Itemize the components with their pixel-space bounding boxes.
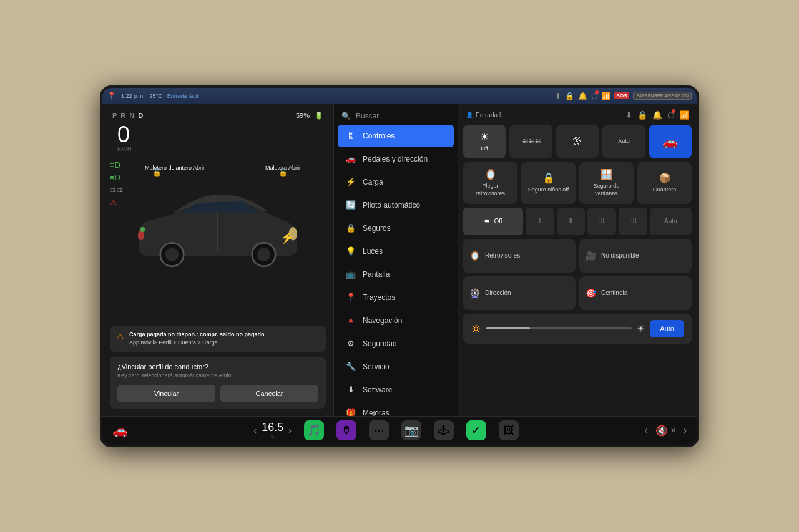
vincular-button[interactable]: Vincular	[117, 385, 215, 402]
seguros-icon: 🔒	[345, 223, 356, 234]
bottom-center: ‹ 16.5 ⇅ › 🎵 🎙 ⋯ 📷 🕹 ✓ 🖼	[138, 420, 634, 440]
auto-lights-btn[interactable]: Auto	[602, 125, 645, 159]
search-icon: 🔍	[341, 112, 351, 120]
retrovisores-icon: 🪞	[469, 251, 480, 261]
brightness-slider[interactable]	[486, 327, 632, 329]
window-lock-btn[interactable]: 🪟 Seguro de ventanas	[579, 162, 634, 203]
entry-mode-label: Entrada fácil	[167, 93, 199, 99]
nav-prev-icon[interactable]: ‹	[644, 425, 647, 436]
fog-btn[interactable]: 🌫	[556, 125, 599, 159]
volume-icon[interactable]: 🔇	[655, 425, 668, 437]
bottom-car-icon[interactable]: 🚗	[112, 423, 128, 438]
luces-icon: 💡	[345, 246, 356, 257]
servicio-icon: 🔧	[345, 361, 356, 372]
speed-prev[interactable]: ‹	[253, 425, 257, 435]
bell-icon[interactable]: 🔔	[578, 92, 587, 100]
middle-panel: 🔍 Buscar 🎛Controles🚗Pedales y dirección⚡…	[333, 104, 458, 416]
speed-number: 0	[117, 123, 318, 146]
wiper-off-btn[interactable]: 🌧 Off	[463, 208, 523, 235]
screen-inner: 📍 1:22 p.m. 25°C Entrada fácil ⬇ 🔒 🔔 ⬡ 📶…	[102, 88, 697, 445]
main-content: P R N D 59% 🔋 0 KM/H	[102, 104, 697, 416]
lights-off-btn[interactable]: ☀ Off	[463, 125, 506, 159]
sidebar-item-piloto[interactable]: 🔄Piloto automático	[338, 194, 454, 216]
brightness-auto-btn[interactable]: Auto	[650, 320, 684, 337]
high-beam-icon: ≋≋≋	[522, 137, 541, 146]
svg-point-8	[140, 227, 145, 232]
podcast-icon[interactable]: 🎙	[336, 420, 356, 440]
trayectos-icon: 📍	[345, 292, 356, 303]
trunk-open-icon: 🔓	[152, 168, 162, 177]
lights-off-icon: ☀	[480, 131, 489, 143]
sos-badge[interactable]: SOS	[614, 92, 630, 99]
left-panel: P R N D 59% 🔋 0 KM/H	[102, 104, 333, 416]
lights-row: ☀ Off ≋≋≋ 🌫 Auto 🚗	[463, 125, 692, 159]
wiper-3-btn[interactable]: III	[587, 208, 616, 235]
nav-next-icon[interactable]: ›	[684, 425, 687, 436]
spotify-icon[interactable]: 🎵	[304, 420, 324, 440]
games-icon[interactable]: 🕹	[434, 420, 454, 440]
sidebar-item-pedales[interactable]: 🚗Pedales y dirección	[338, 148, 454, 170]
full-lights-btn[interactable]: 🚗	[649, 125, 692, 159]
retrovisores-btn[interactable]: 🪞 Retrovisores	[463, 239, 576, 273]
no-disponible-btn[interactable]: 🎥 No disponible	[579, 239, 692, 273]
gear-r[interactable]: R	[120, 112, 127, 119]
search-bar[interactable]: 🔍 Buscar	[334, 108, 458, 124]
signal-ctrl-icon[interactable]: 📶	[679, 110, 689, 120]
servicio-label: Servicio	[363, 362, 390, 371]
more-icon[interactable]: ⋯	[369, 420, 389, 440]
download-ctrl-icon[interactable]: ⬇	[625, 110, 632, 120]
camera-icon[interactable]: 📷	[401, 420, 421, 440]
wiper-auto-btn[interactable]: Auto	[650, 208, 692, 235]
sidebar-item-mejoras[interactable]: 🎁Mejoras	[338, 402, 454, 416]
download-icon[interactable]: ⬇	[555, 92, 561, 100]
photos-icon[interactable]: 🖼	[499, 420, 519, 440]
gear-n[interactable]: N	[129, 112, 135, 119]
car-visual-area: Maletero delantero Abrir Maletero Abrir	[107, 152, 328, 324]
child-lock-btn[interactable]: 🔒 Seguro niños off	[521, 162, 576, 203]
user-icon: 👤	[466, 112, 473, 118]
window-lock-label: Seguro de ventanas	[584, 183, 629, 197]
sidebar-item-servicio[interactable]: 🔧Servicio	[338, 355, 454, 378]
link-profile-subtitle: Key card seleccionará automáticamente Am…	[117, 372, 318, 379]
sidebar-item-navegacion[interactable]: 🔺Navegación	[338, 309, 454, 332]
sidebar-item-seguros[interactable]: 🔒Seguros	[338, 217, 454, 239]
glovebox-btn[interactable]: 📦 Guantera	[637, 162, 692, 203]
gear-p[interactable]: P	[112, 112, 118, 119]
high-beam-btn[interactable]: ≋≋≋	[509, 125, 552, 159]
fold-mirrors-btn[interactable]: 🪞 Plegar retrovisores	[463, 162, 517, 203]
centinela-btn[interactable]: 🎯 Centinela	[579, 276, 692, 310]
tasks-icon[interactable]: ✓	[466, 420, 486, 440]
speed-next[interactable]: ›	[288, 425, 292, 435]
no-disponible-label: No disponible	[601, 252, 639, 259]
sidebar-item-seguridad[interactable]: ⚙Seguridad	[338, 332, 454, 355]
direccion-btn[interactable]: 🎡 Dirección	[463, 276, 576, 310]
no-disponible-icon: 🎥	[586, 251, 596, 261]
wiper-2-btn[interactable]: II	[557, 208, 586, 235]
signal-icon[interactable]: 📶	[601, 92, 610, 100]
lock-ctrl-icon[interactable]: 🔒	[637, 110, 647, 120]
wiper-icon: 🌧	[484, 218, 490, 225]
sidebar-item-luces[interactable]: 💡Luces	[338, 240, 454, 263]
sidebar-item-pantalla[interactable]: 📺Pantalla	[338, 263, 454, 286]
map-icon[interactable]: 📍	[107, 92, 116, 100]
piloto-label: Piloto automático	[363, 201, 420, 210]
sidebar-item-software[interactable]: ⬇Software	[338, 379, 454, 401]
svg-point-5	[257, 248, 270, 261]
sidebar-item-trayectos[interactable]: 📍Trayectos	[338, 286, 454, 309]
full-lights-icon: 🚗	[662, 134, 678, 149]
sidebar-item-carga[interactable]: ⚡Carga	[338, 171, 454, 193]
top-right-header-icons: ⬇ 🔒 🔔 ⬡ 📶	[625, 110, 689, 120]
mirror-row: 🪞 Retrovisores 🎥 No disponible	[463, 239, 692, 273]
glovebox-label: Guantera	[653, 186, 677, 194]
gear-d[interactable]: D	[138, 112, 144, 119]
controles-icon: 🎛	[345, 130, 356, 142]
sidebar-item-controles[interactable]: 🎛Controles	[338, 125, 454, 147]
lock-icon[interactable]: 🔒	[565, 92, 574, 100]
cancelar-button[interactable]: Cancelar	[220, 385, 318, 402]
wiper-4-btn[interactable]: IIII	[619, 208, 647, 235]
bell-ctrl-icon[interactable]: 🔔	[652, 110, 662, 120]
bluetooth-ctrl-icon[interactable]: ⬡	[667, 110, 674, 120]
battery-display: 59% 🔋	[296, 112, 323, 120]
temp-display: 25°C	[150, 93, 162, 99]
wiper-1-btn[interactable]: I	[526, 208, 554, 235]
